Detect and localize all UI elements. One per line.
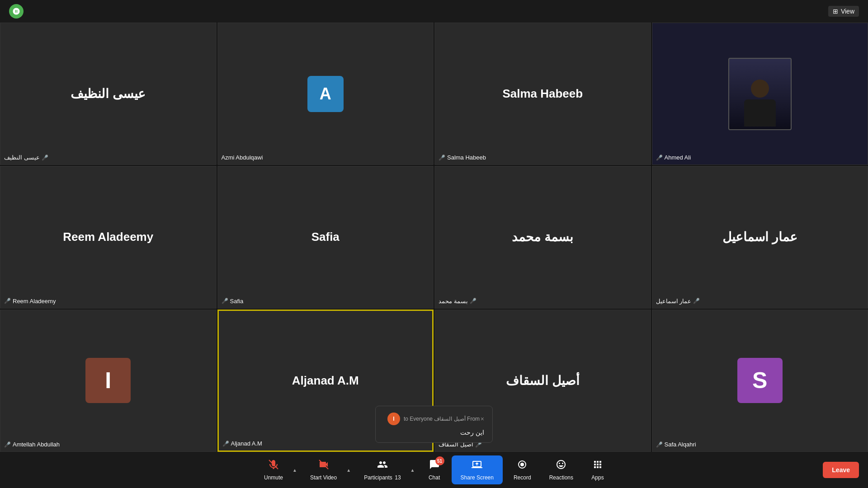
participant-cell-amtellah: I 🎤 Amtellah Abdullah <box>0 310 217 452</box>
participant-label-safia: 🎤 Safia <box>222 298 244 305</box>
mute-icon-basma: 🎤 <box>470 298 476 304</box>
video-chevron[interactable]: ▲ <box>344 461 353 479</box>
unmute-label: Unmute <box>264 474 283 481</box>
participant-cell-safia: Safia 🎤 Safia <box>217 166 434 308</box>
view-label: View <box>841 8 854 15</box>
participant-cell-ahmed: 🎤 Ahmed Ali <box>652 23 868 165</box>
participant-label-ahmed: 🎤 Ahmed Ali <box>656 154 691 161</box>
ahmed-video <box>728 58 792 130</box>
mute-icon-reem: 🎤 <box>4 298 11 304</box>
toolbar: Unmute ▲ Start Video ▲ Participant <box>0 452 868 488</box>
mute-icon-amtellah: 🎤 <box>4 441 11 448</box>
participant-name-reem: Reem Aladeemy <box>63 230 153 244</box>
participant-cell-ammar: عمار اسماعيل 🎤 عمار اسماعيل <box>652 166 868 308</box>
participant-cell-eisa: عيسى النظيف 🎤 عيسى النظيف <box>0 23 217 165</box>
participants-label: Participants 13 <box>364 474 401 481</box>
participant-name-aljanad: Aljanad A.M <box>292 374 359 388</box>
participant-label-azmi: Azmi Abdulqawi <box>222 154 263 161</box>
start-video-group: Start Video ▲ <box>303 455 353 484</box>
participant-label-safa: 🎤 Safa Alqahri <box>656 441 696 448</box>
record-label: Record <box>514 474 531 481</box>
leave-button[interactable]: Leave <box>823 462 859 478</box>
participant-name-salma: Salma Habeeb <box>502 87 583 101</box>
avatar-azmi: A <box>307 76 344 112</box>
top-bar: ⊞ View <box>0 0 868 23</box>
chat-badge: 51 <box>435 456 444 465</box>
participant-cell-reem: Reem Aladeemy 🎤 Reem Aladeemy <box>0 166 217 308</box>
participants-chevron[interactable]: ▲ <box>408 461 417 479</box>
participant-name-eisa: عيسى النظيف <box>71 86 146 101</box>
unmute-group: Unmute ▲ <box>257 455 299 484</box>
participant-label-salma: 🎤 Salma Habeeb <box>439 154 486 161</box>
participant-cell-safa: S 🎤 Safa Alqahri <box>652 310 868 452</box>
chat-label: Chat <box>429 474 440 481</box>
share-screen-icon <box>472 459 482 473</box>
reactions-button[interactable]: Reactions <box>542 455 580 484</box>
record-icon <box>517 459 528 473</box>
participant-name-ammar: عمار اسماعيل <box>722 230 797 244</box>
participant-label-aljanad: 🎤 Aljanad A.M <box>222 440 262 447</box>
mute-icon-salma: 🎤 <box>439 155 445 161</box>
notification-avatar: I <box>387 413 400 425</box>
start-video-label: Start Video <box>310 474 337 481</box>
participant-label-amtellah: 🎤 Amtellah Abdullah <box>4 441 60 448</box>
mute-icon-safia: 🎤 <box>222 298 228 304</box>
mute-icon-eisa: 🎤 <box>42 155 48 161</box>
svg-point-3 <box>520 463 524 466</box>
record-button[interactable]: Record <box>506 455 538 484</box>
chat-notification: I From أصيل السقاف to Everyone × اين رحت <box>375 406 493 443</box>
mute-icon-safa: 🎤 <box>656 441 663 448</box>
start-video-button[interactable]: Start Video <box>303 455 344 484</box>
avatar-amtellah: I <box>85 358 131 403</box>
mute-icon-ammar: 🎤 <box>693 298 700 304</box>
apps-label: Apps <box>591 474 604 481</box>
participants-icon <box>377 459 388 473</box>
apps-button[interactable]: Apps <box>584 455 611 484</box>
participants-button[interactable]: Participants 13 <box>357 455 408 484</box>
participant-label-basma: 🎤 بسمة محمد <box>439 298 476 305</box>
grid-icon: ⊞ <box>833 8 838 15</box>
microphone-muted-icon <box>268 459 279 473</box>
participants-group: Participants 13 ▲ <box>357 455 417 484</box>
reactions-label: Reactions <box>549 474 573 481</box>
participant-cell-salma: Salma Habeeb 🎤 Salma Habeeb <box>434 23 651 165</box>
notification-from: From أصيل السقاف to Everyone <box>404 416 480 422</box>
participant-name-safia: Safia <box>311 230 340 244</box>
avatar-safa: S <box>737 358 783 403</box>
participant-cell-basma: بسمة محمد 🎤 بسمة محمد <box>434 166 651 308</box>
view-button[interactable]: ⊞ View <box>828 6 859 17</box>
apps-icon <box>592 459 603 473</box>
mute-icon-ahmed: 🎤 <box>656 155 663 161</box>
reactions-icon <box>556 459 566 473</box>
mute-icon-aljanad: 🎤 <box>222 441 229 447</box>
participant-label-reem: 🎤 Reem Aladeemy <box>4 298 56 305</box>
close-notification-button[interactable]: × <box>481 415 484 422</box>
share-screen-button[interactable]: Share Screen <box>452 455 503 484</box>
participant-label-ammar: 🎤 عمار اسماعيل <box>656 298 700 305</box>
unmute-chevron[interactable]: ▲ <box>290 461 299 479</box>
unmute-button[interactable]: Unmute <box>257 455 290 484</box>
participant-cell-azmi: A Azmi Abdulqawi <box>217 23 434 165</box>
video-grid: عيسى النظيف 🎤 عيسى النظيف A Azmi Abdulqa… <box>0 23 868 452</box>
zoom-logo <box>9 4 24 19</box>
chat-button[interactable]: 51 Chat <box>421 455 448 484</box>
video-off-icon <box>318 459 329 473</box>
participant-name-aseel: أصيل السقاف <box>506 373 580 388</box>
notification-message: اين رحت <box>384 429 484 436</box>
participant-label-eisa: 🎤 عيسى النظيف <box>4 154 48 161</box>
share-screen-label: Share Screen <box>461 474 494 481</box>
notification-header: I From أصيل السقاف to Everyone × <box>384 413 484 425</box>
participant-name-basma: بسمة محمد <box>512 230 573 244</box>
